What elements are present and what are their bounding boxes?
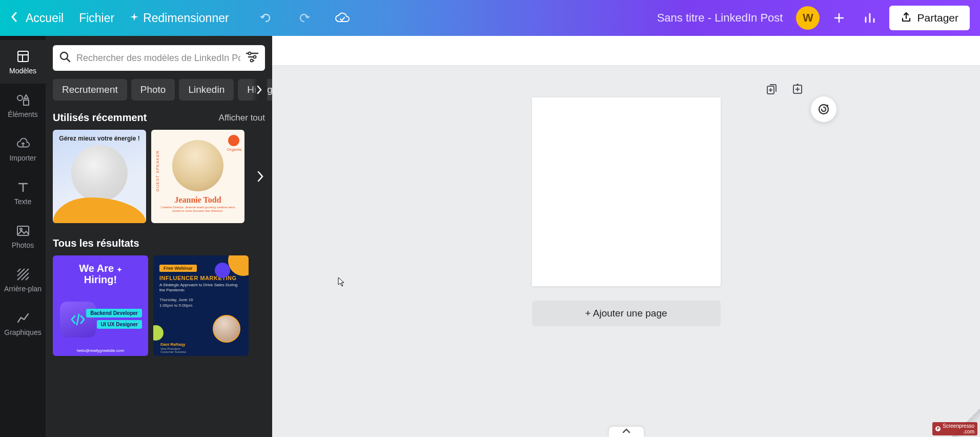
template-pill: UI UX Designer: [97, 320, 142, 329]
template-shape: [228, 255, 249, 276]
home-label: Accueil: [26, 11, 64, 25]
search-icon: [59, 51, 71, 65]
filter-icon[interactable]: [246, 51, 259, 65]
rail-label: Arrière-plan: [4, 285, 42, 293]
resize-label: Redimensionner: [143, 11, 229, 25]
share-label: Partager: [917, 12, 958, 24]
template-shape: [215, 263, 230, 278]
results-section-header: Tous les résultats: [53, 237, 265, 249]
background-icon: [16, 267, 30, 282]
chip-photo[interactable]: Photo: [131, 79, 175, 101]
topbar-right-group: Sans titre - LinkedIn Post W Partager: [657, 6, 970, 30]
rail-label: Photos: [12, 241, 34, 249]
template-energy[interactable]: Gérez mieux votre énergie !: [53, 130, 146, 223]
svg-rect-2: [24, 100, 29, 105]
file-menu[interactable]: Fichier: [79, 11, 114, 25]
template-shape: [53, 197, 146, 223]
footer-expand-button[interactable]: [609, 427, 644, 437]
cloud-sync-icon[interactable]: [331, 7, 353, 29]
template-role: Vice PresidentCustomer Success: [160, 347, 186, 354]
chip-linkedin[interactable]: Linkedin: [179, 79, 234, 101]
template-avatar: [213, 315, 240, 343]
svg-point-1: [17, 95, 23, 101]
rail-text[interactable]: Texte: [0, 171, 46, 214]
add-member-button[interactable]: [828, 7, 850, 29]
canvas-page[interactable]: [532, 97, 721, 286]
template-speaker: Dani Rafisqy: [160, 342, 185, 347]
rail-background[interactable]: Arrière-plan: [0, 258, 46, 302]
rail-label: Graphiques: [4, 328, 41, 336]
template-side-text: GUEST SPEAKER: [155, 150, 160, 191]
templates-icon: [16, 49, 30, 64]
watermark-text: Screenpresso.com: [943, 423, 974, 434]
show-all-link[interactable]: Afficher tout: [219, 113, 265, 123]
recent-next-button[interactable]: [253, 164, 268, 189]
document-title[interactable]: Sans titre - LinkedIn Post: [657, 11, 783, 25]
template-tag: Organia: [227, 147, 241, 152]
chips-next-button[interactable]: [252, 79, 267, 101]
filter-chips: Recrutement Photo Linkedin Hiring: [53, 79, 265, 101]
text-icon: [16, 180, 30, 194]
svg-rect-3: [17, 226, 29, 235]
search-input[interactable]: [76, 53, 240, 64]
rail-photos[interactable]: Photos: [0, 214, 46, 258]
template-webinar[interactable]: Free Webinar INFLUENCER MARKETING A Stra…: [153, 255, 249, 356]
template-footer: hello@reallygreatsite.com: [53, 348, 148, 353]
home-button[interactable]: Accueil: [10, 11, 64, 25]
rail-label: Importer: [9, 154, 36, 162]
svg-point-8: [251, 59, 253, 62]
upload-icon: [901, 11, 912, 25]
template-subtitle: Creative Director. Jeannie leads growing…: [157, 206, 238, 213]
redo-button[interactable]: [293, 7, 315, 29]
results-row: We Are ✦Hiring! Backend Developer UI UX …: [53, 255, 265, 356]
canvas-area: + Ajouter une page P Screenpresso.com: [272, 36, 980, 437]
template-shape: [153, 325, 164, 341]
rail-elements[interactable]: Éléments: [0, 84, 46, 127]
top-toolbar: Accueil Fichier Redimensionner Sans titr…: [0, 0, 980, 36]
template-title: INFLUENCER MARKETING: [159, 275, 242, 281]
template-hiring[interactable]: We Are ✦Hiring! Backend Developer UI UX …: [53, 255, 148, 356]
template-image-placeholder: [71, 145, 128, 202]
photo-icon: [16, 224, 30, 238]
topbar-center-group: [255, 7, 353, 29]
share-button[interactable]: Partager: [889, 6, 970, 30]
template-text: Gérez mieux votre énergie !: [59, 135, 139, 142]
duplicate-page-button[interactable]: [764, 81, 780, 97]
side-rail: Modèles Éléments Importer Texte Photos A…: [0, 36, 46, 437]
rail-uploads[interactable]: Importer: [0, 127, 46, 171]
user-avatar[interactable]: W: [796, 6, 820, 30]
chip-recruitment[interactable]: Recrutement: [53, 79, 127, 101]
canvas-page-controls: [764, 81, 806, 97]
analytics-button[interactable]: [859, 7, 881, 29]
template-datetime: Thursday, June 161:00pm to 5:00pm: [159, 297, 242, 308]
template-text: We Are ✦Hiring!: [58, 263, 143, 285]
rail-label: Modèles: [9, 67, 36, 75]
resize-menu[interactable]: Redimensionner: [130, 11, 229, 25]
svg-point-7: [254, 56, 256, 58]
template-image-placeholder: [172, 140, 223, 191]
rail-templates[interactable]: Modèles: [0, 40, 46, 84]
elements-icon: [16, 93, 30, 107]
main-area: Modèles Éléments Importer Texte Photos A…: [0, 36, 980, 437]
topbar-left-group: Accueil Fichier Redimensionner: [10, 11, 229, 25]
template-graphic: [60, 302, 96, 337]
sparkle-icon: [130, 12, 139, 24]
mouse-cursor-icon: [338, 277, 345, 287]
template-subtitle: A Strategic Approach to Drive Sales Duri…: [159, 283, 242, 292]
rail-label: Texte: [14, 197, 31, 206]
recent-templates-row: Gérez mieux votre énergie ! Organia GUES…: [53, 130, 265, 223]
watermark-icon: P: [935, 426, 941, 431]
recent-section-header: Utilisés récemment Afficher tout: [53, 112, 265, 124]
undo-button[interactable]: [255, 7, 277, 29]
add-page-button[interactable]: [789, 81, 806, 97]
template-tag: Free Webinar: [159, 265, 197, 272]
search-bar: [53, 45, 265, 71]
chevron-left-icon: [10, 11, 18, 25]
template-pill: Backend Developer: [86, 309, 142, 317]
rail-label: Éléments: [8, 110, 37, 118]
template-logo: [228, 135, 239, 146]
rail-charts[interactable]: Graphiques: [0, 302, 46, 345]
add-page-bar[interactable]: + Ajouter une page: [532, 301, 721, 326]
magic-assist-button[interactable]: [811, 96, 836, 122]
template-speaker[interactable]: Organia GUEST SPEAKER Jeannie Todd Creat…: [151, 130, 244, 223]
